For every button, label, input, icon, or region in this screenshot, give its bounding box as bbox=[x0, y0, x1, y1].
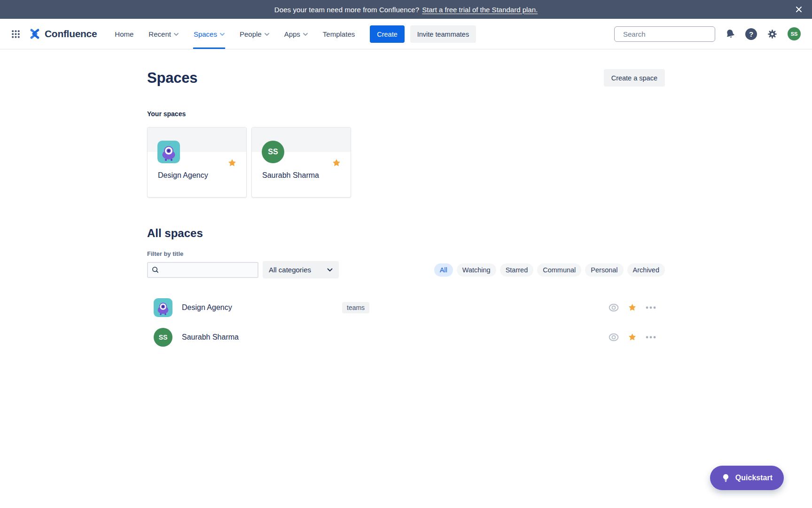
spaces-page: Spaces Create a space Your spaces bbox=[0, 69, 812, 352]
chevron-down-icon bbox=[303, 33, 308, 36]
confluence-logo[interactable]: Confluence bbox=[29, 19, 97, 49]
star-icon[interactable] bbox=[332, 158, 341, 169]
create-button[interactable]: Create bbox=[370, 25, 405, 43]
more-actions-ellipsis-icon[interactable] bbox=[645, 306, 656, 309]
app-switcher-icon[interactable] bbox=[11, 19, 20, 49]
more-actions-ellipsis-icon[interactable] bbox=[645, 336, 656, 339]
chip-personal[interactable]: Personal bbox=[585, 263, 623, 277]
your-spaces-heading: Your spaces bbox=[147, 110, 665, 118]
chip-communal[interactable]: Communal bbox=[537, 263, 581, 277]
search-icon bbox=[152, 266, 159, 273]
nav-home[interactable]: Home bbox=[114, 19, 134, 49]
chip-archived[interactable]: Archived bbox=[627, 263, 665, 277]
filter-title-input-wrap[interactable] bbox=[147, 262, 258, 278]
user-avatar[interactable]: SS bbox=[788, 27, 801, 40]
all-spaces-heading: All spaces bbox=[147, 227, 665, 240]
nav-templates[interactable]: Templates bbox=[322, 19, 355, 49]
space-row-name[interactable]: Design Agency bbox=[182, 303, 342, 312]
notifications-bell-icon[interactable] bbox=[725, 29, 735, 39]
space-row-saurabh-sharma[interactable]: SS Saurabh Sharma bbox=[147, 322, 665, 352]
close-icon[interactable] bbox=[795, 6, 803, 13]
chip-watching[interactable]: Watching bbox=[457, 263, 496, 277]
star-icon[interactable] bbox=[628, 333, 637, 341]
space-avatar-monster-icon bbox=[154, 298, 172, 317]
chevron-down-icon bbox=[220, 33, 225, 36]
nav-spaces[interactable]: Spaces bbox=[193, 19, 225, 49]
spaces-list: Design Agency teams SS Saurabh Sharma bbox=[147, 293, 665, 352]
lightbulb-icon bbox=[721, 473, 730, 483]
star-icon[interactable] bbox=[227, 158, 237, 169]
trial-banner: Does your team need more from Confluence… bbox=[0, 0, 812, 19]
category-select-value: All categories bbox=[269, 266, 311, 274]
chip-starred[interactable]: Starred bbox=[500, 263, 534, 277]
chip-all[interactable]: All bbox=[434, 263, 453, 277]
nav-people[interactable]: People bbox=[239, 19, 270, 49]
chevron-down-icon bbox=[327, 268, 333, 272]
space-row-design-agency[interactable]: Design Agency teams bbox=[147, 293, 665, 322]
brand-name: Confluence bbox=[45, 28, 97, 40]
space-card-saurabh-sharma[interactable]: SS Saurabh Sharma bbox=[251, 127, 351, 198]
help-icon[interactable]: ? bbox=[745, 28, 757, 40]
space-avatar-initials: SS bbox=[262, 141, 284, 163]
nav-apps[interactable]: Apps bbox=[284, 19, 308, 49]
trial-banner-message: Does your team need more from Confluence… bbox=[274, 6, 419, 14]
quickstart-button[interactable]: Quickstart bbox=[710, 466, 784, 490]
invite-teammates-button[interactable]: Invite teammates bbox=[410, 25, 476, 43]
trial-banner-link[interactable]: Start a free trial of the Standard plan. bbox=[422, 6, 538, 14]
top-navbar: Confluence Home Recent Spaces People App… bbox=[0, 19, 812, 49]
settings-gear-icon[interactable] bbox=[767, 29, 778, 40]
create-a-space-button[interactable]: Create a space bbox=[604, 69, 665, 87]
filter-chips: All Watching Starred Communal Personal A… bbox=[434, 263, 665, 277]
filter-by-title-label: Filter by title bbox=[147, 250, 665, 257]
search-box[interactable] bbox=[614, 26, 715, 42]
space-card-name[interactable]: Saurabh Sharma bbox=[262, 171, 319, 180]
confluence-mark-icon bbox=[29, 28, 41, 40]
page-title: Spaces bbox=[147, 70, 197, 87]
nav-recent[interactable]: Recent bbox=[148, 19, 179, 49]
filter-title-input[interactable] bbox=[162, 266, 254, 274]
watch-eye-icon[interactable] bbox=[608, 333, 619, 342]
space-card-name[interactable]: Design Agency bbox=[158, 171, 208, 180]
watch-eye-icon[interactable] bbox=[608, 303, 619, 312]
chevron-down-icon bbox=[265, 33, 269, 36]
space-row-name[interactable]: Saurabh Sharma bbox=[182, 333, 342, 341]
category-select[interactable]: All categories bbox=[263, 261, 339, 278]
space-avatar-initials: SS bbox=[154, 328, 172, 347]
space-tag: teams bbox=[342, 302, 369, 313]
chevron-down-icon bbox=[174, 33, 179, 36]
search-input[interactable] bbox=[623, 30, 717, 38]
space-avatar-monster-icon bbox=[157, 141, 180, 163]
space-card-design-agency[interactable]: Design Agency bbox=[147, 127, 247, 198]
star-icon[interactable] bbox=[628, 303, 637, 312]
